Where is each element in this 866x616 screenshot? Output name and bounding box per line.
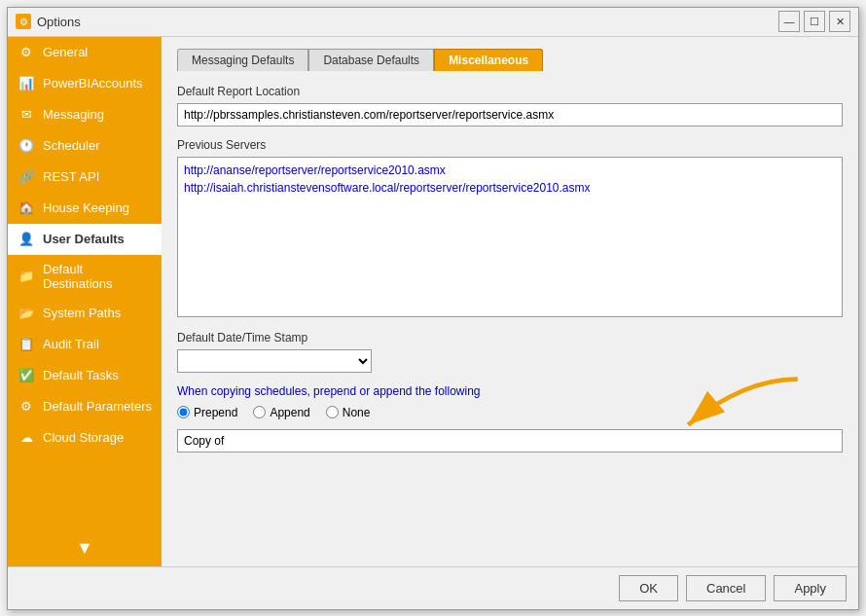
tab-miscellaneous[interactable]: Miscellaneous [434,49,543,71]
radio-option-prepend[interactable]: Prepend [177,406,237,419]
sidebar-label-scheduler: Scheduler [43,138,100,153]
sidebar-label-cloud-storage: Cloud Storage [43,430,124,445]
sidebar-item-default-destinations[interactable]: 📁 Default Destinations [8,255,162,298]
title-controls: — ☐ ✕ [778,11,850,32]
sidebar-icon-default-tasks: ✅ [18,367,35,384]
default-datetime-select[interactable] [177,349,372,373]
sidebar-icon-default-parameters: ⚙ [18,398,35,416]
copy-section: When copying schedules, prepend or appen… [177,384,843,453]
server-entry: http://ananse/reportserver/reportservice… [184,163,836,177]
apply-button[interactable]: Apply [774,575,847,601]
sidebar-icon-default-destinations: 📁 [18,268,35,285]
window-icon: ⚙ [16,14,31,29]
default-datetime-label: Default Date/Time Stamp [177,331,843,344]
ok-button[interactable]: OK [619,575,678,601]
sidebar-item-general[interactable]: ⚙ General [8,37,162,68]
sidebar-icon-scheduler: 🕐 [18,137,35,155]
sidebar-item-system-paths[interactable]: 📂 System Paths [8,298,162,329]
sidebar-label-default-tasks: Default Tasks [43,368,119,382]
sidebar-item-messaging[interactable]: ✉ Messaging [8,99,162,130]
default-report-location-input[interactable] [177,103,843,127]
sidebar-label-default-destinations: Default Destinations [43,262,152,291]
sidebar-label-housekeeping: House Keeping [43,200,129,215]
copying-hint-text: When copying schedules, prepend or appen… [177,384,843,398]
sidebar-label-general: General [43,45,88,59]
radio-none[interactable] [326,406,339,418]
options-window: ⚙ Options — ☐ ✕ ⚙ General 📊 PowerBIAccou… [7,7,859,610]
sidebar-icon-cloud-storage: ☁ [18,429,35,447]
sidebar-item-default-tasks[interactable]: ✅ Default Tasks [8,360,162,391]
cancel-button[interactable]: Cancel [686,575,766,601]
previous-servers-box[interactable]: http://ananse/reportserver/reportservice… [177,157,843,317]
sidebar-icon-user-defaults: 👤 [18,231,35,248]
bottom-bar: OK Cancel Apply [8,566,858,609]
window-title: Options [37,15,81,29]
previous-servers-group: Previous Servers http://ananse/reportser… [177,138,843,317]
previous-servers-label: Previous Servers [177,138,843,152]
server-entry: http://isaiah.christianstevensoftware.lo… [184,181,836,195]
sidebar-item-powerbi[interactable]: 📊 PowerBIAccounts [8,68,162,99]
sidebar: ⚙ General 📊 PowerBIAccounts ✉ Messaging … [8,37,162,566]
sidebar-item-rest-api[interactable]: 🔗 REST API [8,162,162,193]
sidebar-label-user-defaults: User Defaults [43,232,125,246]
sidebar-label-rest-api: REST API [43,169,99,184]
minimize-button[interactable]: — [778,11,800,32]
sidebar-label-powerbi: PowerBIAccounts [43,76,143,91]
default-report-location-label: Default Report Location [177,85,843,98]
tab-bar: Messaging DefaultsDatabase DefaultsMisce… [177,49,843,71]
sidebar-bottom: ▼ [8,530,162,566]
close-button[interactable]: ✕ [829,11,850,32]
title-bar-left: ⚙ Options [16,14,81,29]
default-datetime-group: Default Date/Time Stamp [177,331,843,373]
sidebar-icon-housekeeping: 🏠 [18,199,35,217]
sidebar-icon-system-paths: 📂 [18,305,35,322]
sidebar-label-system-paths: System Paths [43,306,121,320]
radio-option-append[interactable]: Append [253,406,309,419]
radio-label-append: Append [270,406,309,419]
radio-label-prepend: Prepend [194,406,237,419]
radio-group: PrependAppendNone [177,406,843,419]
sidebar-icon-messaging: ✉ [18,106,35,124]
sidebar-icon-audit-trail: 📋 [18,336,35,353]
title-bar: ⚙ Options — ☐ ✕ [8,8,858,37]
sidebar-item-scheduler[interactable]: 🕐 Scheduler [8,130,162,162]
copy-prefix-input[interactable] [177,429,843,453]
sidebar-label-messaging: Messaging [43,107,104,122]
main-content: Messaging DefaultsDatabase DefaultsMisce… [162,37,858,566]
radio-prepend[interactable] [177,406,190,418]
window-body: ⚙ General 📊 PowerBIAccounts ✉ Messaging … [8,37,858,566]
maximize-button[interactable]: ☐ [804,11,825,32]
default-report-location-group: Default Report Location [177,85,843,127]
radio-option-none[interactable]: None [326,406,371,419]
sidebar-icon-rest-api: 🔗 [18,168,35,186]
radio-append[interactable] [253,406,266,418]
sidebar-icon-general: ⚙ [18,44,35,61]
radio-label-none: None [343,406,371,419]
sidebar-item-housekeeping[interactable]: 🏠 House Keeping [8,193,162,224]
tab-database-defaults[interactable]: Database Defaults [308,49,434,71]
sidebar-item-user-defaults[interactable]: 👤 User Defaults [8,224,162,255]
sidebar-icon-powerbi: 📊 [18,75,35,92]
tab-messaging-defaults[interactable]: Messaging Defaults [177,49,308,71]
sidebar-item-audit-trail[interactable]: 📋 Audit Trail [8,329,162,360]
sidebar-scroll-down-icon: ▼ [76,538,93,559]
sidebar-label-audit-trail: Audit Trail [43,337,99,351]
sidebar-label-default-parameters: Default Parameters [43,399,152,414]
sidebar-item-default-parameters[interactable]: ⚙ Default Parameters [8,391,162,422]
sidebar-item-cloud-storage[interactable]: ☁ Cloud Storage [8,422,162,453]
